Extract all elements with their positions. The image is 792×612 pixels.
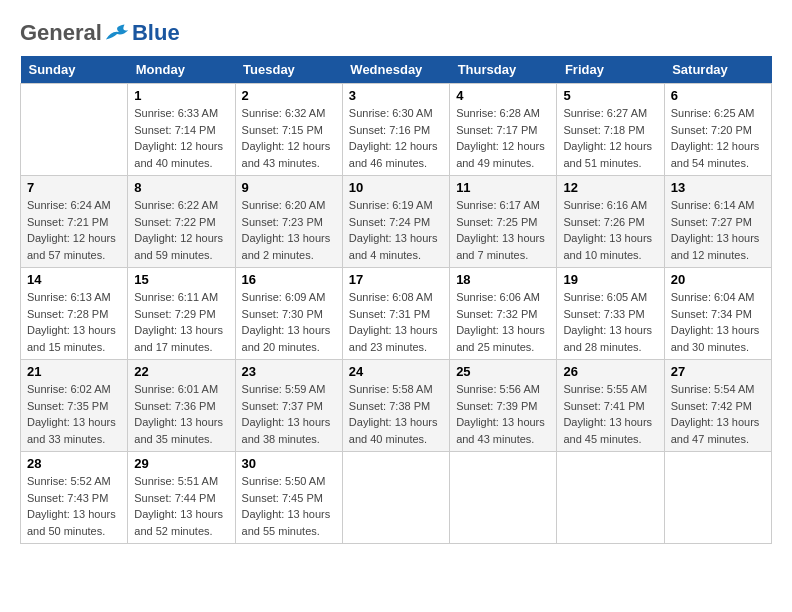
- sunset: Sunset: 7:34 PM: [671, 308, 752, 320]
- sunrise: Sunrise: 5:50 AM: [242, 475, 326, 487]
- day-info: Sunrise: 6:14 AM Sunset: 7:27 PM Dayligh…: [671, 197, 765, 263]
- day-info: Sunrise: 6:09 AM Sunset: 7:30 PM Dayligh…: [242, 289, 336, 355]
- sunset: Sunset: 7:37 PM: [242, 400, 323, 412]
- calendar-header-row: SundayMondayTuesdayWednesdayThursdayFrid…: [21, 56, 772, 84]
- sunrise: Sunrise: 6:17 AM: [456, 199, 540, 211]
- calendar-cell: 10 Sunrise: 6:19 AM Sunset: 7:24 PM Dayl…: [342, 176, 449, 268]
- daylight: Daylight: 13 hours and 40 minutes.: [349, 416, 438, 445]
- day-info: Sunrise: 6:25 AM Sunset: 7:20 PM Dayligh…: [671, 105, 765, 171]
- daylight: Daylight: 13 hours and 30 minutes.: [671, 324, 760, 353]
- calendar-cell: [21, 84, 128, 176]
- sunrise: Sunrise: 5:58 AM: [349, 383, 433, 395]
- calendar-cell: 22 Sunrise: 6:01 AM Sunset: 7:36 PM Dayl…: [128, 360, 235, 452]
- day-info: Sunrise: 6:33 AM Sunset: 7:14 PM Dayligh…: [134, 105, 228, 171]
- day-number: 22: [134, 364, 228, 379]
- day-number: 28: [27, 456, 121, 471]
- day-info: Sunrise: 6:24 AM Sunset: 7:21 PM Dayligh…: [27, 197, 121, 263]
- daylight: Daylight: 12 hours and 40 minutes.: [134, 140, 223, 169]
- sunrise: Sunrise: 6:08 AM: [349, 291, 433, 303]
- daylight: Daylight: 13 hours and 35 minutes.: [134, 416, 223, 445]
- sunset: Sunset: 7:16 PM: [349, 124, 430, 136]
- day-number: 21: [27, 364, 121, 379]
- daylight: Daylight: 12 hours and 49 minutes.: [456, 140, 545, 169]
- calendar-cell: 21 Sunrise: 6:02 AM Sunset: 7:35 PM Dayl…: [21, 360, 128, 452]
- week-row-4: 21 Sunrise: 6:02 AM Sunset: 7:35 PM Dayl…: [21, 360, 772, 452]
- weekday-header-wednesday: Wednesday: [342, 56, 449, 84]
- sunrise: Sunrise: 6:24 AM: [27, 199, 111, 211]
- day-info: Sunrise: 5:54 AM Sunset: 7:42 PM Dayligh…: [671, 381, 765, 447]
- daylight: Daylight: 13 hours and 12 minutes.: [671, 232, 760, 261]
- sunset: Sunset: 7:18 PM: [563, 124, 644, 136]
- sunset: Sunset: 7:43 PM: [27, 492, 108, 504]
- daylight: Daylight: 13 hours and 50 minutes.: [27, 508, 116, 537]
- daylight: Daylight: 12 hours and 51 minutes.: [563, 140, 652, 169]
- day-info: Sunrise: 6:13 AM Sunset: 7:28 PM Dayligh…: [27, 289, 121, 355]
- daylight: Daylight: 13 hours and 47 minutes.: [671, 416, 760, 445]
- day-info: Sunrise: 6:11 AM Sunset: 7:29 PM Dayligh…: [134, 289, 228, 355]
- calendar-cell: 30 Sunrise: 5:50 AM Sunset: 7:45 PM Dayl…: [235, 452, 342, 544]
- sunset: Sunset: 7:32 PM: [456, 308, 537, 320]
- daylight: Daylight: 13 hours and 4 minutes.: [349, 232, 438, 261]
- sunset: Sunset: 7:45 PM: [242, 492, 323, 504]
- day-number: 15: [134, 272, 228, 287]
- daylight: Daylight: 12 hours and 59 minutes.: [134, 232, 223, 261]
- week-row-5: 28 Sunrise: 5:52 AM Sunset: 7:43 PM Dayl…: [21, 452, 772, 544]
- sunrise: Sunrise: 5:51 AM: [134, 475, 218, 487]
- day-number: 6: [671, 88, 765, 103]
- sunset: Sunset: 7:23 PM: [242, 216, 323, 228]
- daylight: Daylight: 13 hours and 2 minutes.: [242, 232, 331, 261]
- day-number: 30: [242, 456, 336, 471]
- sunrise: Sunrise: 6:11 AM: [134, 291, 218, 303]
- day-number: 27: [671, 364, 765, 379]
- calendar-cell: 24 Sunrise: 5:58 AM Sunset: 7:38 PM Dayl…: [342, 360, 449, 452]
- daylight: Daylight: 13 hours and 20 minutes.: [242, 324, 331, 353]
- sunset: Sunset: 7:30 PM: [242, 308, 323, 320]
- daylight: Daylight: 13 hours and 55 minutes.: [242, 508, 331, 537]
- day-info: Sunrise: 6:30 AM Sunset: 7:16 PM Dayligh…: [349, 105, 443, 171]
- sunset: Sunset: 7:36 PM: [134, 400, 215, 412]
- day-number: 5: [563, 88, 657, 103]
- calendar-cell: 18 Sunrise: 6:06 AM Sunset: 7:32 PM Dayl…: [450, 268, 557, 360]
- day-number: 23: [242, 364, 336, 379]
- calendar-cell: [557, 452, 664, 544]
- day-info: Sunrise: 6:32 AM Sunset: 7:15 PM Dayligh…: [242, 105, 336, 171]
- day-info: Sunrise: 6:19 AM Sunset: 7:24 PM Dayligh…: [349, 197, 443, 263]
- sunset: Sunset: 7:21 PM: [27, 216, 108, 228]
- sunrise: Sunrise: 6:19 AM: [349, 199, 433, 211]
- daylight: Daylight: 13 hours and 38 minutes.: [242, 416, 331, 445]
- day-number: 29: [134, 456, 228, 471]
- day-number: 25: [456, 364, 550, 379]
- daylight: Daylight: 13 hours and 28 minutes.: [563, 324, 652, 353]
- day-number: 7: [27, 180, 121, 195]
- calendar-cell: [450, 452, 557, 544]
- calendar-cell: [664, 452, 771, 544]
- weekday-header-monday: Monday: [128, 56, 235, 84]
- day-number: 14: [27, 272, 121, 287]
- sunset: Sunset: 7:41 PM: [563, 400, 644, 412]
- daylight: Daylight: 13 hours and 25 minutes.: [456, 324, 545, 353]
- sunrise: Sunrise: 6:01 AM: [134, 383, 218, 395]
- calendar-cell: 13 Sunrise: 6:14 AM Sunset: 7:27 PM Dayl…: [664, 176, 771, 268]
- sunrise: Sunrise: 5:56 AM: [456, 383, 540, 395]
- sunrise: Sunrise: 6:04 AM: [671, 291, 755, 303]
- daylight: Daylight: 12 hours and 43 minutes.: [242, 140, 331, 169]
- day-number: 2: [242, 88, 336, 103]
- calendar-cell: 9 Sunrise: 6:20 AM Sunset: 7:23 PM Dayli…: [235, 176, 342, 268]
- week-row-1: 1 Sunrise: 6:33 AM Sunset: 7:14 PM Dayli…: [21, 84, 772, 176]
- sunset: Sunset: 7:44 PM: [134, 492, 215, 504]
- sunset: Sunset: 7:26 PM: [563, 216, 644, 228]
- day-number: 26: [563, 364, 657, 379]
- calendar-cell: 17 Sunrise: 6:08 AM Sunset: 7:31 PM Dayl…: [342, 268, 449, 360]
- sunrise: Sunrise: 6:32 AM: [242, 107, 326, 119]
- weekday-header-sunday: Sunday: [21, 56, 128, 84]
- day-info: Sunrise: 5:51 AM Sunset: 7:44 PM Dayligh…: [134, 473, 228, 539]
- calendar-cell: 14 Sunrise: 6:13 AM Sunset: 7:28 PM Dayl…: [21, 268, 128, 360]
- daylight: Daylight: 13 hours and 52 minutes.: [134, 508, 223, 537]
- day-info: Sunrise: 6:28 AM Sunset: 7:17 PM Dayligh…: [456, 105, 550, 171]
- daylight: Daylight: 12 hours and 46 minutes.: [349, 140, 438, 169]
- daylight: Daylight: 13 hours and 10 minutes.: [563, 232, 652, 261]
- calendar-cell: 16 Sunrise: 6:09 AM Sunset: 7:30 PM Dayl…: [235, 268, 342, 360]
- day-number: 3: [349, 88, 443, 103]
- daylight: Daylight: 13 hours and 17 minutes.: [134, 324, 223, 353]
- day-info: Sunrise: 5:50 AM Sunset: 7:45 PM Dayligh…: [242, 473, 336, 539]
